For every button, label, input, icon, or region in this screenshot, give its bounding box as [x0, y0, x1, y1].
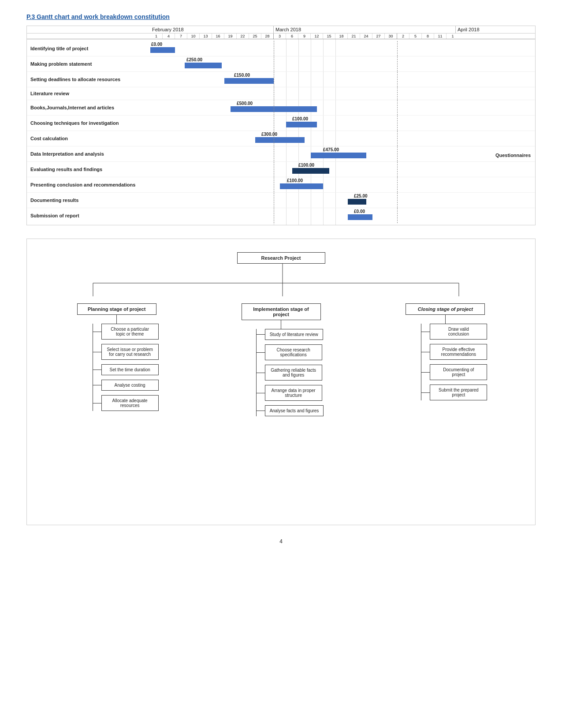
task-label-9: Evaluating results and findings: [27, 167, 150, 172]
task-label-11: Documenting results: [27, 198, 150, 203]
day-col: 27: [372, 34, 385, 39]
day-col: 6: [286, 34, 298, 39]
wbs-plan-child-2: Select issue or problemfor carry out res…: [101, 344, 159, 360]
month-apr: April 2018: [456, 26, 535, 33]
task-label-8: Data Interpretation and analysis: [27, 151, 150, 157]
wbs-impl-child-3: Gathering reliable factsand figures: [265, 365, 322, 381]
cost-label-11: £25.00: [354, 194, 368, 198]
day-col: 25: [249, 34, 261, 39]
day-col: 3: [274, 34, 286, 39]
task-label-5: Books,Journals,Internet and articles: [27, 105, 150, 110]
day-col: 13: [200, 34, 212, 39]
wbs-impl-child-1: Study of literature review: [265, 329, 323, 340]
wbs-plan-child-5: Allocate adequateresources: [101, 395, 159, 411]
cost-label-2: £250.00: [186, 57, 202, 62]
day-col: 28: [261, 34, 274, 39]
day-col: 10: [187, 34, 200, 39]
day-col: 5: [409, 34, 422, 39]
task-label-10: Presenting conclusion and recommendation…: [27, 182, 150, 187]
wbs-root: Research Project: [237, 252, 325, 264]
gantt-bar-6: [286, 122, 317, 127]
page-title: P.3 Gantt chart and work breakdown const…: [26, 13, 536, 20]
task-label-3: Setting deadlines to allocate resources: [27, 77, 150, 82]
task-label-1: Identifying title of project: [27, 46, 150, 51]
gantt-bar-9: [292, 168, 329, 174]
task-label-6: Choosing techniques for investigation: [27, 120, 150, 126]
gantt-bar-8: [311, 153, 366, 158]
task-label-12: Submission of report: [27, 213, 150, 218]
task-label-7: Cost calculation: [27, 136, 150, 141]
day-col: 22: [237, 34, 249, 39]
wbs-close-child-2: Provide effectiverecommendations: [430, 344, 487, 360]
day-col: 4: [163, 34, 175, 39]
wbs-chart: Research Project Planning stage of proje…: [26, 239, 536, 525]
wbs-impl-child-5: Analyse facts and figures: [265, 405, 324, 416]
page-number: 4: [26, 538, 536, 545]
cost-label-8: £475.00: [323, 147, 339, 152]
wbs-plan-child-1: Choose a particulartopic or theme: [101, 324, 159, 340]
cost-label-10: £100.00: [287, 178, 303, 183]
cost-label-3: £150.00: [234, 73, 250, 78]
questionnaires-label: Questionnaires: [495, 153, 531, 158]
gantt-bar-7: [255, 137, 305, 143]
gantt-bar-2: [185, 63, 222, 68]
task-label-2: Making problem statement: [27, 61, 150, 67]
wbs-implementation: Implementation stage ofproject: [242, 303, 321, 320]
wbs-plan-child-4: Analyse costing: [101, 380, 159, 391]
gantt-bar-3: [224, 78, 274, 84]
gantt-bar-11: [348, 199, 366, 205]
month-mar: March 2018: [274, 26, 456, 33]
cost-label-5: £500.00: [237, 101, 253, 106]
gantt-bar-12: [348, 214, 372, 220]
day-col: 24: [360, 34, 372, 39]
day-col: 8: [422, 34, 434, 39]
day-col: 30: [385, 34, 397, 39]
wbs-close-child-1: Draw validconclusion: [430, 324, 487, 340]
gantt-bar-10: [280, 183, 323, 189]
day-col: 19: [224, 34, 237, 39]
wbs-close-child-4: Submit the preparedproject: [430, 385, 487, 400]
day-col: 7: [175, 34, 187, 39]
month-feb: February 2018: [150, 26, 274, 33]
day-col: 1: [150, 34, 163, 39]
wbs-plan-child-3: Set the time duration: [101, 364, 159, 375]
cost-label-7: £300.00: [261, 132, 277, 137]
cost-label-1: £0.00: [151, 42, 162, 47]
day-col: 9: [298, 34, 311, 39]
cost-label-12: £0.00: [354, 209, 365, 214]
day-col: 16: [212, 34, 224, 39]
wbs-close-child-3: Documenting ofproject: [430, 364, 487, 380]
day-col: 11: [434, 34, 447, 39]
wbs-planning: Planning stage of project: [77, 303, 156, 315]
wbs-closing: Closing stage of project: [406, 303, 485, 315]
cost-label-9: £100.00: [298, 163, 314, 168]
wbs-impl-child-4: Arrange data in properstructure: [265, 385, 322, 401]
day-col: 18: [335, 34, 348, 39]
day-col: 2: [397, 34, 409, 39]
day-col: 12: [311, 34, 323, 39]
wbs-impl-child-2: Choose researchspecifications: [265, 344, 322, 360]
gantt-bar-1: [150, 47, 175, 53]
gantt-chart: February 2018 March 2018 April 2018 1 4 …: [26, 26, 536, 225]
day-col: 15: [323, 34, 335, 39]
day-col: 1: [447, 34, 459, 39]
cost-label-6: £100.00: [292, 116, 308, 121]
day-col: 21: [348, 34, 360, 39]
task-label-4: Literature review: [27, 91, 150, 96]
